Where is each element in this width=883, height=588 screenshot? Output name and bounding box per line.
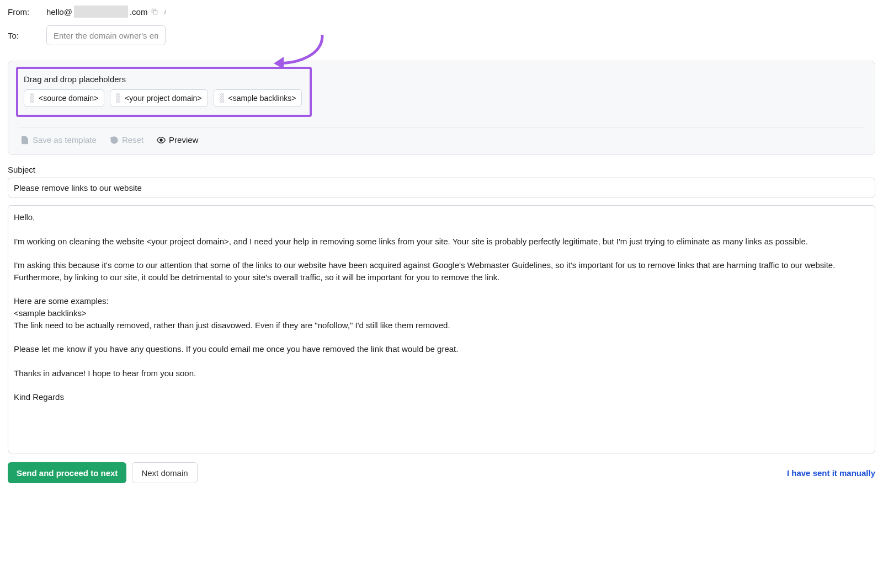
from-email-suffix: .com: [130, 7, 148, 17]
from-email-redacted: [74, 6, 128, 18]
svg-point-1: [160, 139, 162, 141]
to-input[interactable]: [46, 25, 166, 45]
subject-input[interactable]: [8, 178, 875, 197]
copy-icon[interactable]: [151, 8, 158, 15]
save-template-label: Save as template: [33, 135, 97, 145]
to-label: To:: [8, 31, 46, 40]
body-textarea[interactable]: Hello, I'm working on cleaning the websi…: [8, 205, 875, 453]
drag-handle-icon: [220, 93, 224, 103]
to-row: To:: [8, 25, 875, 45]
from-email-prefix: hello@: [46, 7, 72, 17]
from-label: From:: [8, 7, 46, 17]
preview-label: Preview: [169, 135, 198, 145]
drag-handle-icon: [116, 93, 120, 103]
chip-label: <sample backlinks>: [228, 94, 296, 103]
sent-manually-link[interactable]: I have sent it manually: [787, 468, 875, 478]
chip-sample-backlinks[interactable]: <sample backlinks>: [214, 89, 302, 107]
send-button[interactable]: Send and proceed to next: [8, 462, 126, 483]
chip-label: <your project domain>: [125, 94, 201, 103]
subject-group: Subject: [8, 165, 875, 197]
reset-icon: [110, 136, 119, 145]
chip-label: <source domain>: [39, 94, 98, 103]
next-domain-button[interactable]: Next domain: [132, 462, 197, 483]
subject-label: Subject: [8, 165, 875, 174]
placeholders-title: Drag and drop placeholders: [24, 74, 302, 84]
preview-button[interactable]: Preview: [157, 135, 198, 145]
drag-handle-icon: [30, 93, 34, 103]
reset-button: Reset: [110, 135, 143, 145]
save-template-button: Save as template: [20, 135, 97, 145]
reset-label: Reset: [122, 135, 143, 145]
from-value: hello@.com i: [46, 6, 168, 18]
file-icon: [20, 136, 29, 145]
chip-project-domain[interactable]: <your project domain>: [110, 89, 208, 107]
placeholders-actions: Save as template Reset Preview: [8, 127, 875, 154]
from-row: From: hello@.com i: [8, 6, 875, 18]
info-icon[interactable]: i: [162, 9, 168, 15]
chip-source-domain[interactable]: <source domain>: [24, 89, 104, 107]
placeholder-chips: <source domain> <your project domain> <s…: [24, 89, 302, 107]
placeholders-panel: Drag and drop placeholders <source domai…: [8, 61, 875, 155]
body-group: Hello, I'm working on cleaning the websi…: [8, 205, 875, 453]
placeholders-highlight-box: Drag and drop placeholders <source domai…: [16, 67, 312, 117]
svg-rect-0: [153, 10, 157, 14]
eye-icon: [157, 136, 166, 145]
footer: Send and proceed to next Next domain I h…: [8, 462, 875, 483]
